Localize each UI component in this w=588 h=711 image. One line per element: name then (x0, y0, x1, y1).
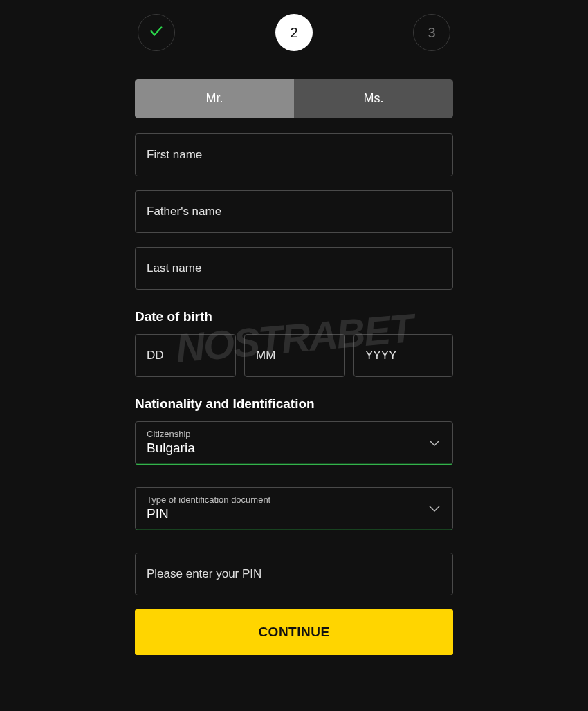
nationality-label: Nationality and Identification (135, 396, 453, 412)
last-name-input[interactable] (135, 247, 453, 290)
title-option-ms[interactable]: Ms. (294, 79, 453, 118)
chevron-down-icon (429, 506, 440, 513)
citizenship-select-label: Citizenship (147, 429, 441, 439)
dob-year-input[interactable] (353, 334, 453, 377)
citizenship-select-value: Bulgaria (147, 441, 441, 456)
step-2-label: 2 (290, 25, 297, 41)
first-name-input[interactable] (135, 133, 453, 176)
doc-type-select[interactable]: Type of identification document PIN (135, 487, 453, 530)
step-line-1 (183, 33, 267, 33)
continue-button[interactable]: CONTINUE (135, 609, 453, 655)
step-1-done (138, 14, 175, 51)
title-option-mr[interactable]: Mr. (135, 79, 294, 118)
step-3-pending: 3 (413, 14, 450, 51)
citizenship-select[interactable]: Citizenship Bulgaria (135, 421, 453, 465)
checkmark-icon (149, 24, 164, 42)
dob-month-input[interactable] (244, 334, 345, 377)
chevron-down-icon (429, 440, 440, 447)
dob-row (135, 334, 453, 377)
stepper: 2 3 (135, 14, 453, 51)
title-toggle: Mr. Ms. (135, 79, 453, 118)
doc-type-select-label: Type of identification document (147, 495, 441, 505)
dob-label: Date of birth (135, 309, 453, 324)
step-line-2 (321, 33, 405, 33)
pin-input[interactable] (135, 553, 453, 595)
step-2-active: 2 (275, 14, 313, 51)
step-3-label: 3 (428, 25, 435, 41)
fathers-name-input[interactable] (135, 190, 453, 233)
doc-type-select-value: PIN (147, 506, 441, 521)
dob-day-input[interactable] (135, 334, 236, 377)
registration-step-form: 2 3 Mr. Ms. Date of birth Nationality an… (135, 0, 453, 711)
